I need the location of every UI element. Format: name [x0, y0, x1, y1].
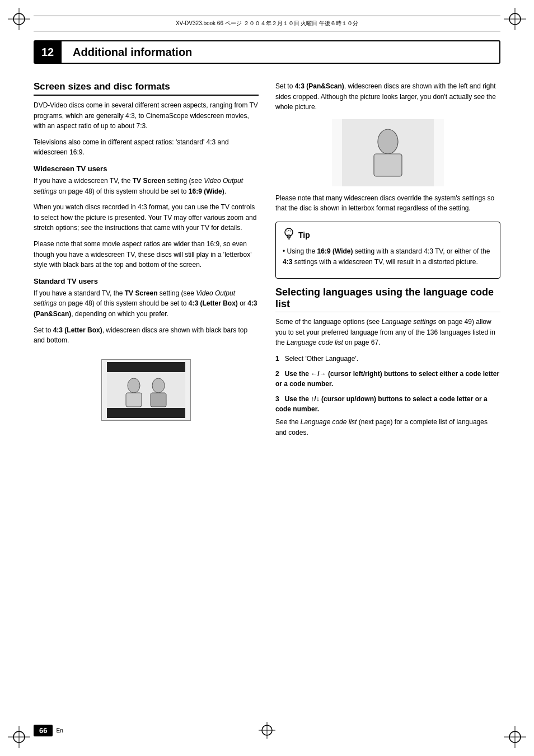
tip-header: Tip: [283, 228, 493, 243]
top-bar: XV-DV323.book 66 ページ ２００４年２月１０日 火曜日 午後６時…: [34, 16, 500, 31]
corner-reg-br: [504, 726, 526, 748]
corner-reg-tr: [504, 8, 526, 30]
panscn-svg: [342, 119, 434, 186]
page: XV-DV323.book 66 ページ ２００４年２月１０日 火曜日 午後６時…: [0, 0, 534, 756]
content-area: Screen sizes and disc formats DVD-Video …: [34, 76, 500, 694]
top-bar-text: XV-DV323.book 66 ページ ２００４年２月１０日 火曜日 午後６時…: [176, 20, 358, 27]
figure-letterbox: [101, 359, 191, 421]
figure-panscn-container: [332, 119, 444, 186]
svg-rect-16: [126, 393, 142, 407]
page-footer: 66 En: [34, 725, 63, 736]
svg-point-20: [378, 129, 398, 154]
widescreen-p3: Please note that some movie aspect ratio…: [34, 239, 259, 270]
intro-p2: Televisions also come in different aspec…: [34, 137, 259, 158]
right-column: Set to 4:3 (Pan&Scan), widescreen discs …: [275, 76, 500, 694]
panscn-note: Please note that many widescreen discs o…: [275, 193, 500, 214]
svg-rect-12: [107, 362, 185, 372]
step1: 1 Select 'Other Language'.: [275, 354, 500, 364]
widescreen-heading: Widescreen TV users: [34, 165, 259, 173]
letterbox-svg: [107, 362, 185, 418]
tip-content: • Using the 16:9 (Wide) setting with a s…: [283, 246, 493, 267]
step3-sub: See the Language code list (next page) f…: [275, 417, 500, 438]
widescreen-p2: When you watch discs recorded in 4:3 for…: [34, 202, 259, 233]
panscn-inner: [342, 119, 434, 186]
section-heading-screen-sizes: Screen sizes and disc formats: [34, 81, 259, 96]
page-lang: En: [56, 727, 63, 734]
svg-line-26: [291, 231, 291, 232]
intro-p1: DVD-Video discs come in several differen…: [34, 100, 259, 132]
step1-text: Select 'Other Language'.: [285, 355, 358, 363]
standard-p2: Set to 4:3 (Letter Box), widescreen disc…: [34, 325, 259, 346]
step2-text: 2 Use the ←/→ (cursor left/right) button…: [275, 369, 500, 389]
step3: 3 Use the ↑/↓ (cursor up/down) buttons t…: [275, 394, 500, 438]
figure-letterbox-container: [34, 353, 259, 428]
svg-rect-14: [107, 372, 185, 408]
figure-panscn: [332, 119, 444, 186]
lang-intro: Some of the language options (see Langua…: [275, 317, 500, 348]
widescreen-p1: If you have a widescreen TV, the TV Scre…: [34, 176, 259, 196]
svg-line-25: [287, 231, 287, 232]
svg-rect-21: [374, 154, 402, 176]
step3-text: 3 Use the ↑/↓ (cursor up/down) buttons t…: [275, 394, 500, 415]
svg-rect-18: [151, 393, 166, 407]
corner-reg-tl: [8, 8, 30, 30]
standard-heading: Standard TV users: [34, 277, 259, 285]
svg-rect-13: [107, 408, 185, 418]
page-number: 66: [34, 725, 53, 736]
left-column: Screen sizes and disc formats DVD-Video …: [34, 76, 259, 694]
panscn-p1: Set to 4:3 (Pan&Scan), widescreen discs …: [275, 81, 500, 112]
bottom-center-reg: [259, 722, 275, 740]
chapter-number: 12: [34, 40, 62, 64]
svg-point-17: [152, 378, 165, 393]
svg-point-15: [128, 378, 140, 393]
step1-num: 1: [275, 355, 279, 363]
corner-reg-bl: [8, 726, 30, 748]
chapter-title: Additional information: [62, 40, 500, 64]
tip-label: Tip: [298, 231, 310, 240]
tip-box: Tip • Using the 16:9 (Wide) setting with…: [275, 222, 500, 279]
tip-bulb-icon: [283, 228, 295, 240]
chapter-header: 12 Additional information: [34, 40, 500, 64]
standard-p1: If you have a standard TV, the TV Screen…: [34, 288, 259, 320]
lang-section-heading: Selecting languages using the language c…: [275, 287, 500, 312]
tip-icon: [283, 228, 295, 243]
step2: 2 Use the ←/→ (cursor left/right) button…: [275, 369, 500, 389]
